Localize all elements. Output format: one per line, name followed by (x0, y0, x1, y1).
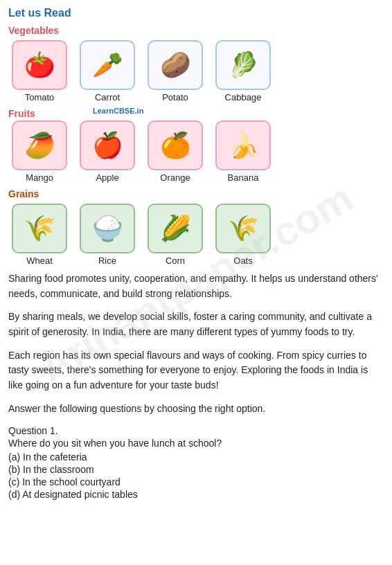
food-label-orange: Orange (160, 172, 190, 183)
food-label-tomato: Tomato (25, 92, 55, 102)
page-title: Let us Read (8, 7, 384, 19)
food-image-potato: 🥔 (148, 40, 203, 90)
question-1-title: Question 1. (8, 425, 384, 436)
food-label-apple: Apple (96, 172, 118, 183)
food-item-cabbage: 🥬 Cabbage (212, 40, 274, 102)
food-item-carrot: 🥕 Carrot (76, 40, 139, 102)
food-image-banana: 🍌 (215, 120, 271, 170)
food-image-rice: 🍚 (80, 204, 135, 253)
food-item-tomato: 🍅 Tomato (8, 40, 71, 102)
food-image-mango: 🥭 (12, 120, 67, 170)
food-item-orange: 🍊 Orange (144, 120, 206, 183)
food-item-mango: 🥭 Mango (8, 120, 71, 183)
food-label-corn: Corn (166, 255, 185, 266)
grains-row: 🌾 Wheat 🍚 Rice 🌽 Corn 🌾 Oats (8, 204, 384, 266)
food-image-wheat: 🌾 (12, 204, 67, 253)
food-label-cabbage: Cabbage (225, 92, 262, 102)
food-item-banana: 🍌 Banana (212, 120, 274, 183)
paragraph-2: By sharing meals, we develop social skil… (8, 310, 384, 339)
food-label-oats: Oats (233, 255, 252, 266)
section-label-grains: Grains (8, 188, 384, 199)
instructions: Answer the following questions by choosi… (8, 402, 384, 417)
vegetables-row: 🍅 Tomato 🥕 Carrot 🥔 Potato 🥬 Cabbage (8, 40, 384, 102)
option-d: (d) At designated picnic tables (8, 489, 384, 500)
food-label-banana: Banana (228, 172, 259, 183)
food-label-carrot: Carrot (95, 92, 120, 102)
food-label-mango: Mango (26, 172, 53, 183)
food-item-potato: 🥔 Potato (144, 40, 206, 102)
food-label-potato: Potato (162, 92, 188, 102)
food-image-orange: 🍊 (148, 120, 203, 170)
question-1: Question 1. Where do you sit when you ha… (8, 425, 384, 500)
food-label-wheat: Wheat (26, 255, 53, 266)
food-item-oats: 🌾 Oats (212, 204, 274, 266)
option-c: (c) In the school courtyard (8, 476, 384, 487)
question-1-text: Where do you sit when you have lunch at … (8, 438, 384, 449)
paragraph-1: Sharing food promotes unity, cooperation… (8, 271, 384, 301)
food-image-corn: 🌽 (148, 204, 203, 253)
food-image-carrot: 🥕 (80, 40, 135, 90)
option-a: (a) In the cafeteria (8, 451, 384, 463)
food-image-tomato: 🍅 (12, 40, 67, 90)
food-image-apple: 🍎 (80, 120, 135, 170)
section-label-vegetables: Vegetables (8, 25, 384, 36)
food-label-rice: Rice (98, 255, 116, 266)
food-image-cabbage: 🥬 (215, 40, 271, 90)
learncbse-badge: LearnCBSE.in (91, 107, 145, 115)
food-image-oats: 🌾 (215, 204, 271, 253)
section-label-fruits: Fruits (8, 108, 35, 119)
food-item-apple: 🍎 Apple (76, 120, 139, 183)
paragraph-3: Each region has its own special flavours… (8, 348, 384, 393)
fruits-row: 🥭 Mango 🍎 Apple 🍊 Orange 🍌 Banana (8, 120, 384, 183)
food-item-wheat: 🌾 Wheat (8, 204, 71, 266)
food-item-corn: 🌽 Corn (144, 204, 206, 266)
option-b: (b) In the classroom (8, 464, 384, 475)
food-item-rice: 🍚 Rice (76, 204, 139, 266)
